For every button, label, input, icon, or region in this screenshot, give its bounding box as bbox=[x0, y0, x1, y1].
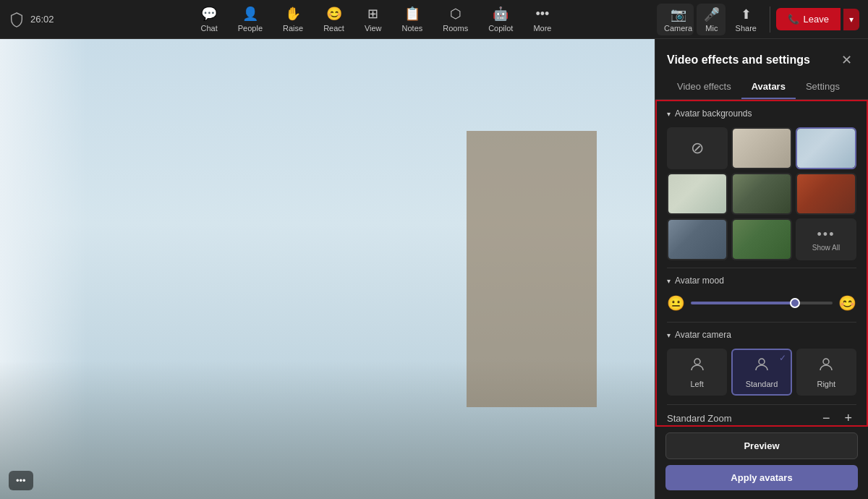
standard-check-icon: ✓ bbox=[779, 353, 786, 363]
mic-group: 🎤 Mic ▾ bbox=[697, 4, 726, 35]
mic-label: Mic bbox=[705, 24, 718, 33]
zoom-label: Standard Zoom bbox=[667, 413, 732, 424]
svg-point-17 bbox=[823, 359, 829, 364]
topbar: 26:02 💬 Chat 👤 People ✋ Raise 😊 React ⊞ … bbox=[0, 0, 868, 39]
timer: 26:02 bbox=[30, 14, 54, 25]
bg-option-7[interactable] bbox=[731, 218, 792, 260]
mood-arrow-icon: ▾ bbox=[667, 277, 671, 285]
avatar-mood-label: Avatar mood bbox=[675, 276, 724, 286]
mic-icon: 🎤 bbox=[704, 7, 720, 22]
camera-label: Camera bbox=[664, 24, 692, 33]
camera-right-option[interactable]: Right bbox=[796, 349, 856, 396]
nav-copilot-label: Copilot bbox=[488, 24, 513, 33]
avatar-backgrounds-header[interactable]: ▾ Avatar backgrounds bbox=[667, 108, 856, 119]
topbar-divider bbox=[770, 7, 770, 33]
none-icon: ⊘ bbox=[691, 139, 704, 158]
show-all-button[interactable]: ••• Show All bbox=[796, 218, 856, 260]
view-icon: ⊞ bbox=[367, 6, 378, 22]
topbar-nav: 💬 Chat 👤 People ✋ Raise 😊 React ⊞ View 📋… bbox=[95, 3, 657, 35]
tab-avatars[interactable]: Avatars bbox=[741, 75, 796, 99]
notes-icon: 📋 bbox=[404, 6, 420, 22]
camera-left-option[interactable]: Left bbox=[667, 349, 727, 396]
right-panel: Video effects and settings ✕ Video effec… bbox=[655, 39, 868, 499]
nav-chat-label: Chat bbox=[201, 24, 218, 33]
show-all-dots-icon: ••• bbox=[817, 227, 835, 242]
rooms-icon: ⬡ bbox=[450, 6, 461, 22]
nav-more-label: More bbox=[533, 24, 551, 33]
bg-option-5[interactable] bbox=[796, 173, 856, 215]
avatar-camera-header[interactable]: ▾ Avatar camera bbox=[667, 330, 856, 340]
camera-button[interactable]: 📷 Camera bbox=[657, 4, 694, 35]
bg-option-2[interactable] bbox=[796, 127, 856, 169]
panel-header: Video effects and settings ✕ bbox=[655, 39, 868, 69]
nav-view[interactable]: ⊞ View bbox=[356, 3, 391, 35]
more-overlay-button[interactable]: ••• bbox=[9, 471, 33, 490]
wall-panel bbox=[467, 131, 597, 407]
nav-rooms[interactable]: ⬡ Rooms bbox=[434, 3, 477, 35]
mood-row: 😐 😊 bbox=[667, 291, 856, 317]
bg-none-option[interactable]: ⊘ bbox=[667, 127, 728, 169]
mood-right-emoji: 😊 bbox=[838, 294, 856, 312]
avatar-background bbox=[0, 39, 655, 499]
camera-icon: 📷 bbox=[671, 7, 686, 22]
mic-button[interactable]: 🎤 Mic bbox=[697, 4, 726, 35]
tab-settings[interactable]: Settings bbox=[796, 75, 850, 99]
leave-chevron-button[interactable]: ▾ bbox=[843, 9, 859, 30]
zoom-row: Standard Zoom − + bbox=[667, 404, 856, 427]
camera-arrow-icon: ▾ bbox=[667, 331, 671, 339]
main: ••• Video effects and settings ✕ Video e… bbox=[0, 39, 868, 499]
bg-option-4[interactable] bbox=[731, 173, 792, 215]
camera-standard-option[interactable]: Standard ✓ bbox=[731, 349, 791, 396]
zoom-minus-button[interactable]: − bbox=[818, 409, 835, 427]
copilot-icon: 🤖 bbox=[493, 6, 509, 22]
bg-option-6[interactable] bbox=[667, 218, 728, 260]
nav-more[interactable]: ••• More bbox=[524, 4, 560, 35]
camera-right-label: Right bbox=[817, 380, 835, 388]
avatar-mood-section: ▾ Avatar mood 😐 😊 bbox=[657, 268, 867, 322]
bg-option-3[interactable] bbox=[667, 173, 728, 215]
zoom-controls: − + bbox=[818, 409, 856, 427]
panel-title: Video effects and settings bbox=[667, 54, 810, 67]
leave-button[interactable]: 📞 Leave bbox=[776, 8, 841, 30]
panel-close-button[interactable]: ✕ bbox=[837, 51, 856, 69]
raise-icon: ✋ bbox=[285, 6, 301, 22]
bg-option-1[interactable] bbox=[731, 127, 792, 169]
leave-label: Leave bbox=[804, 14, 829, 25]
chat-icon: 💬 bbox=[201, 6, 217, 22]
topbar-right: 📷 Camera ▾ 🎤 Mic ▾ ⬆ Share 📞 Leave bbox=[657, 4, 859, 35]
camera-standard-icon bbox=[753, 356, 770, 377]
nav-copilot[interactable]: 🤖 Copilot bbox=[480, 3, 522, 35]
nav-chat[interactable]: 💬 Chat bbox=[192, 3, 226, 35]
nav-people[interactable]: 👤 People bbox=[229, 3, 271, 35]
nav-notes[interactable]: 📋 Notes bbox=[393, 3, 432, 35]
panel-content: ▾ Avatar backgrounds ⊘ bbox=[655, 100, 868, 427]
nav-view-label: View bbox=[365, 24, 382, 33]
avatar-mood-header[interactable]: ▾ Avatar mood bbox=[667, 276, 856, 286]
avatar-backgrounds-label: Avatar backgrounds bbox=[675, 108, 752, 119]
topbar-left: 26:02 bbox=[9, 12, 95, 27]
share-icon: ⬆ bbox=[741, 7, 752, 22]
avatar-camera-label: Avatar camera bbox=[675, 330, 731, 340]
nav-raise[interactable]: ✋ Raise bbox=[274, 3, 312, 35]
people-icon: 👤 bbox=[242, 6, 258, 22]
avatar-camera-section: ▾ Avatar camera Left bbox=[657, 323, 867, 427]
nav-raise-label: Raise bbox=[283, 24, 303, 33]
more-overlay-icon: ••• bbox=[16, 475, 26, 486]
mood-slider[interactable] bbox=[691, 302, 833, 304]
leave-phone-icon: 📞 bbox=[788, 14, 799, 25]
mood-left-emoji: 😐 bbox=[667, 294, 685, 312]
camera-options: Left Standard ✓ bbox=[667, 346, 856, 401]
apply-avatars-button[interactable]: Apply avatars bbox=[665, 465, 858, 490]
preview-button[interactable]: Preview bbox=[665, 432, 858, 459]
backgrounds-arrow-icon: ▾ bbox=[667, 110, 671, 118]
share-button[interactable]: ⬆ Share bbox=[728, 4, 764, 35]
zoom-plus-button[interactable]: + bbox=[840, 409, 856, 427]
panel-bottom: Preview Apply avatars bbox=[655, 427, 868, 499]
camera-group: 📷 Camera ▾ bbox=[657, 4, 694, 35]
panel-tabs: Video effects Avatars Settings bbox=[655, 69, 868, 100]
nav-react[interactable]: 😊 React bbox=[315, 3, 353, 35]
nav-notes-label: Notes bbox=[402, 24, 423, 33]
background-grid: ⊘ bbox=[667, 124, 856, 263]
share-label: Share bbox=[736, 24, 757, 33]
tab-video-effects[interactable]: Video effects bbox=[667, 75, 741, 99]
